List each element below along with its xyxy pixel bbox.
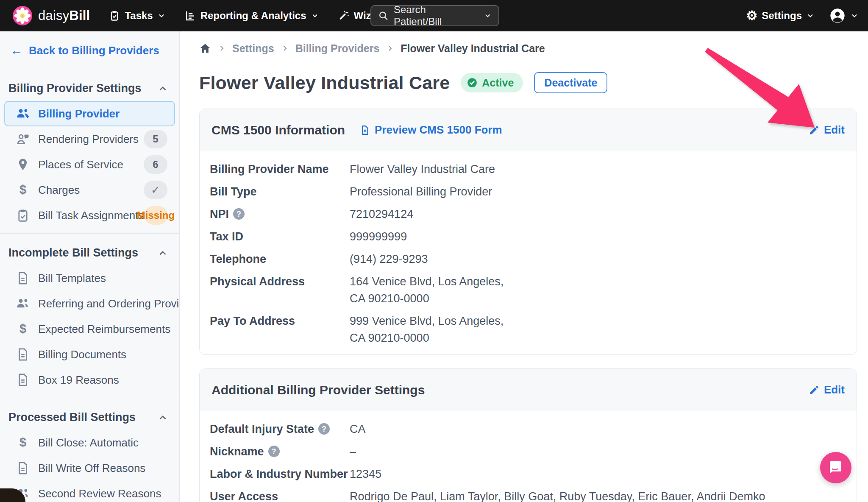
- location-pin-icon: [14, 157, 31, 172]
- sidebar-item-second-review-reasons[interactable]: Second Review Reasons: [4, 481, 175, 502]
- main-content: Settings Billing Providers Flower Valley…: [180, 31, 868, 502]
- additional-edit-link[interactable]: Edit: [809, 383, 845, 396]
- breadcrumb-billing-providers[interactable]: Billing Providers: [295, 42, 380, 55]
- additional-settings-card: Additional Billing Provider Settings Edi…: [199, 368, 857, 502]
- preview-cms-1500-link[interactable]: Preview CMS 1500 Form: [359, 123, 502, 137]
- sidebar-item-rendering-providers[interactable]: Rendering Providers 5: [4, 126, 175, 152]
- sidebar-item-box-19-reasons[interactable]: Box 19 Reasons: [4, 367, 175, 393]
- sidebar-item-referring-and-ordering-providers[interactable]: Referring and Ordering Providers: [4, 291, 175, 316]
- svg-text:$: $: [19, 183, 27, 196]
- sidebar-item-billing-documents[interactable]: Billing Documents: [4, 342, 175, 367]
- help-icon[interactable]: ?: [268, 446, 280, 457]
- cms-1500-card-header: CMS 1500 Information Preview CMS 1500 Fo…: [200, 109, 857, 151]
- status-badge-active: Active: [461, 73, 523, 92]
- sidebar-section-billing-provider-settings[interactable]: Billing Provider Settings: [0, 73, 179, 101]
- daisybill-brand[interactable]: daisyBill: [13, 6, 90, 25]
- dollar-icon: $: [14, 322, 31, 336]
- sidebar-item-bill-close-automatic[interactable]: $ Bill Close: Automatic: [4, 430, 175, 455]
- nav-menu-tasks[interactable]: Tasks: [108, 10, 165, 22]
- field-pay-to-address: Pay To Address 999 Venice Blvd, Los Ange…: [210, 312, 845, 346]
- breadcrumb: Settings Billing Providers Flower Valley…: [199, 42, 857, 55]
- chat-launcher-button[interactable]: [820, 452, 851, 483]
- home-icon[interactable]: [199, 42, 211, 54]
- chevron-up-icon: [157, 83, 168, 94]
- reporting-icon: [184, 10, 196, 22]
- sidebar-item-bill-task-assignments[interactable]: Bill Task Assignments Missing: [4, 203, 175, 228]
- document-icon: [14, 461, 31, 475]
- additional-settings-card-header: Additional Billing Provider Settings Edi…: [200, 369, 857, 411]
- cms-1500-card: CMS 1500 Information Preview CMS 1500 Fo…: [199, 109, 857, 355]
- missing-badge: Missing: [144, 206, 168, 225]
- field-telephone: Telephone (914) 229-9293: [210, 251, 845, 268]
- chevron-down-icon: [157, 11, 166, 20]
- gear-icon: ⚙: [746, 9, 757, 22]
- pencil-icon: [809, 125, 820, 136]
- check-circle-icon: [467, 77, 478, 88]
- search-patient-bill[interactable]: Search Patient/Bill: [370, 5, 499, 26]
- chevron-up-icon: [157, 412, 168, 423]
- account-menu[interactable]: [829, 7, 859, 24]
- document-icon: [359, 125, 370, 136]
- help-icon[interactable]: ?: [233, 208, 245, 220]
- deactivate-button[interactable]: Deactivate: [534, 72, 607, 93]
- card-title: Additional Billing Provider Settings: [211, 383, 425, 397]
- field-npi: NPI? 7210294124: [210, 206, 845, 223]
- svg-text:$: $: [19, 322, 27, 335]
- people-icon: [14, 296, 31, 311]
- chevron-right-icon: [281, 45, 289, 52]
- field-physical-address: Physical Address 164 Venice Blvd, Los An…: [210, 273, 845, 307]
- chevron-down-icon: [850, 11, 859, 20]
- search-icon: [378, 10, 389, 21]
- breadcrumb-settings[interactable]: Settings: [232, 42, 274, 55]
- back-arrow-icon: ←: [10, 43, 23, 58]
- clipboard-check-icon: [14, 208, 31, 223]
- document-icon: [14, 347, 31, 362]
- card-title: CMS 1500 Information: [211, 123, 345, 137]
- nav-menu-reporting[interactable]: Reporting & Analytics: [184, 10, 319, 22]
- wizard-icon: [338, 10, 350, 22]
- sidebar-item-places-of-service[interactable]: Places of Service 6: [4, 152, 175, 177]
- help-icon[interactable]: ?: [318, 423, 330, 435]
- user-avatar-icon: [829, 7, 846, 24]
- provider-chat-icon: [14, 132, 31, 146]
- pencil-icon: [809, 385, 820, 396]
- tasks-icon: [108, 10, 120, 22]
- chevron-right-icon: [218, 45, 225, 52]
- field-bill-type: Bill Type Professional Billing Provider: [210, 183, 845, 200]
- brand-wordmark: daisyBill: [38, 8, 90, 23]
- navbar-menus: Tasks Reporting & Analytics Wizard: [108, 10, 400, 22]
- sidebar-item-bill-write-off-reasons[interactable]: Bill Write Off Reasons: [4, 455, 175, 481]
- search-label: Search Patient/Bill: [394, 4, 473, 28]
- field-default-injury-state: Default Injury State? CA: [210, 421, 845, 438]
- sidebar-item-charges[interactable]: $ Charges ✓: [4, 177, 175, 203]
- sidebar-section-incomplete-bill-settings[interactable]: Incomplete Bill Settings: [0, 238, 179, 265]
- document-icon: [14, 373, 31, 387]
- document-icon: [14, 271, 31, 285]
- count-badge: 6: [144, 155, 167, 174]
- chevron-down-icon: [484, 11, 492, 20]
- svg-text:$: $: [19, 435, 27, 449]
- cms-edit-link[interactable]: Edit: [809, 123, 845, 137]
- field-nickname: Nickname? –: [210, 443, 845, 460]
- sidebar-item-billing-provider[interactable]: Billing Provider: [4, 101, 175, 126]
- navbar-right: ⚙ Settings: [746, 0, 859, 31]
- sidebar-item-bill-templates[interactable]: Bill Templates: [4, 265, 175, 291]
- count-badge: 5: [144, 130, 167, 148]
- check-badge: ✓: [144, 181, 167, 199]
- dollar-icon: $: [14, 435, 31, 450]
- field-billing-provider-name: Billing Provider Name Flower Valley Indu…: [210, 161, 845, 178]
- field-tax-id: Tax ID 999999999: [210, 228, 845, 245]
- back-to-billing-providers-link[interactable]: ← Back to Billing Providers: [0, 31, 179, 69]
- top-navbar: daisyBill Tasks Reporting & Analytics Wi: [0, 0, 868, 31]
- field-labor-industry-number: Labor & Industry Number 12345: [210, 466, 845, 482]
- nav-menu-settings[interactable]: ⚙ Settings: [746, 9, 815, 22]
- sidebar-section-processed-bill-settings[interactable]: Processed Bill Settings: [0, 402, 179, 430]
- chevron-down-icon: [806, 11, 815, 20]
- chevron-down-icon: [311, 11, 319, 20]
- chevron-right-icon: [386, 45, 394, 52]
- settings-sidebar: ← Back to Billing Providers Billing Prov…: [0, 31, 180, 502]
- daisybill-logo-icon: [13, 6, 32, 25]
- sidebar-item-expected-reimbursements[interactable]: $ Expected Reimbursements: [4, 316, 175, 342]
- field-user-access: User Access Rodrigo De Paul, Liam Taylor…: [210, 488, 845, 502]
- dollar-icon: $: [14, 183, 31, 197]
